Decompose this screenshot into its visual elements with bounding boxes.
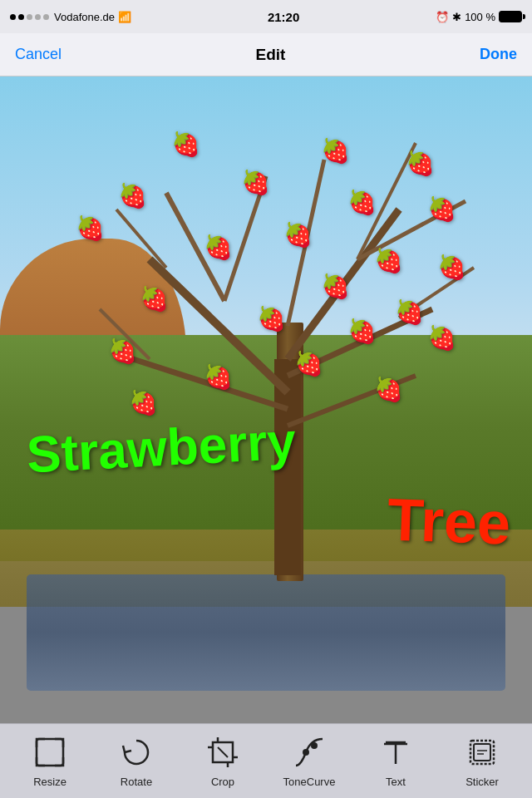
strawberry-sticker: 🍓: [319, 135, 351, 166]
rotate-tool[interactable]: Rotate: [99, 734, 174, 788]
nav-title: Edit: [256, 46, 286, 64]
text-tool[interactable]: Text: [358, 734, 433, 788]
strawberry-sticker: 🍓: [282, 219, 313, 250]
image-area: 🍓🍓🍓🍓🍓🍓🍓🍓🍓🍓🍓🍓🍓🍓🍓🍓🍓🍓🍓🍓🍓🍓🍓 Strawberry Tree: [0, 76, 532, 723]
svg-point-21: [303, 750, 308, 755]
status-left: Vodafone.de 📶: [10, 11, 131, 23]
strawberry-sticker: 🍓: [404, 148, 436, 180]
svg-rect-14: [37, 739, 63, 766]
strawberry-sticker: 🍓: [106, 335, 138, 367]
rotate-label: Rotate: [121, 776, 152, 788]
svg-point-22: [312, 743, 317, 748]
strawberry-sticker: 🍓: [202, 232, 234, 264]
strawberry-sticker: 🍓: [346, 186, 377, 218]
done-button[interactable]: Done: [480, 46, 517, 63]
carrier-label: Vodafone.de: [54, 11, 115, 23]
strawberry-sticker: 🍓: [426, 193, 457, 224]
resize-icon: [32, 734, 68, 771]
status-bar: Vodafone.de 📶 21:20 ⏰ ✱ 100 %: [0, 0, 532, 33]
strawberry-sticker: 🍓: [372, 244, 404, 276]
battery-label: 100 %: [465, 11, 495, 23]
alarm-icon: ⏰: [436, 11, 449, 23]
crop-label: Crop: [211, 776, 234, 788]
strawberry-sticker: 🍓: [117, 180, 149, 211]
photo-background: 🍓🍓🍓🍓🍓🍓🍓🍓🍓🍓🍓🍓🍓🍓🍓🍓🍓🍓🍓🍓🍓🍓🍓 Strawberry Tree: [0, 76, 532, 723]
sticker-tool[interactable]: Sticker: [445, 734, 520, 788]
strawberry-sticker: 🍓: [426, 323, 457, 354]
strawberry-sticker: 🍓: [436, 251, 468, 283]
resize-tool[interactable]: Resize: [12, 734, 87, 788]
status-time: 21:20: [268, 10, 299, 24]
strawberry-sticker: 🍓: [346, 316, 377, 347]
sticker-icon: [464, 734, 500, 771]
strawberry-sticker: 🍓: [75, 212, 106, 244]
tonecurve-icon: [291, 734, 328, 771]
crop-tool[interactable]: Crop: [185, 734, 260, 788]
photo-text-tree: Tree: [387, 485, 512, 557]
strawberry-sticker: 🍓: [372, 374, 404, 406]
tonecurve-label: ToneCurve: [283, 776, 336, 788]
text-icon: [377, 734, 414, 771]
strawberry-sticker: 🍓: [170, 128, 202, 160]
strawberry-sticker: 🍓: [239, 167, 271, 199]
strawberry-sticker: 🍓: [128, 387, 160, 418]
text-label: Text: [386, 776, 406, 788]
toolbar: Resize Rotate Crop: [0, 723, 532, 798]
crop-icon: [204, 734, 241, 771]
sticker-label: Sticker: [466, 776, 499, 788]
status-right: ⏰ ✱ 100 %: [436, 11, 522, 23]
strawberry-sticker: 🍓: [394, 297, 426, 328]
svg-rect-27: [474, 744, 490, 761]
wifi-icon: 📶: [118, 11, 131, 23]
strawberry-sticker: 🍓: [255, 303, 287, 334]
strawberry-sticker: 🍓: [138, 283, 170, 315]
tonecurve-tool[interactable]: ToneCurve: [272, 734, 347, 788]
water-layer: [27, 574, 505, 691]
svg-line-16: [218, 747, 228, 757]
resize-label: Resize: [33, 776, 66, 788]
cancel-button[interactable]: Cancel: [15, 46, 62, 63]
bluetooth-icon: ✱: [452, 11, 461, 23]
strawberry-sticker: 🍓: [202, 361, 234, 392]
nav-bar: Cancel Edit Done: [0, 33, 532, 76]
strawberry-sticker: 🍓: [319, 270, 351, 302]
strawberry-sticker: 🍓: [293, 348, 324, 380]
battery-icon: [499, 11, 522, 22]
rotate-icon: [118, 734, 155, 771]
signal-dots: [10, 14, 49, 20]
